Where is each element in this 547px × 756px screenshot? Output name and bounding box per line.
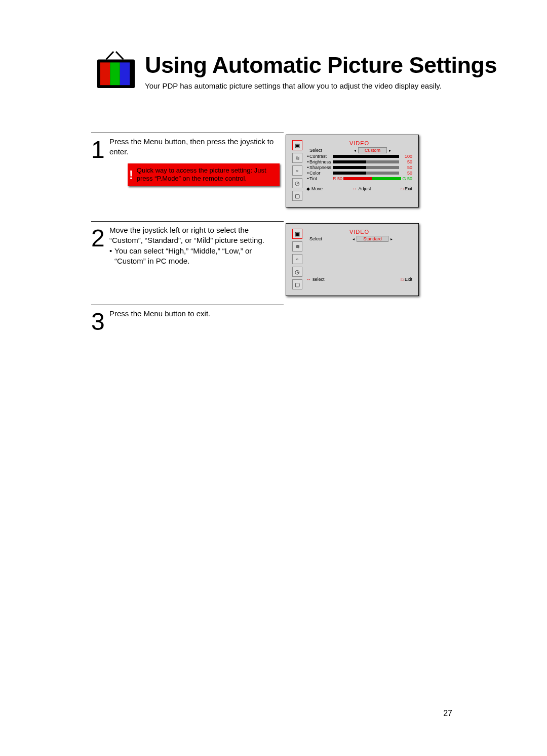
step-3-number: 3 (91, 311, 107, 332)
osd-color-label: Color (309, 171, 333, 176)
osd-screenshot-2: ▣ ≋ ▫ ◷ ▢ VIDEO Select ◂Standard▸ (286, 223, 419, 296)
osd-brightness-value: 50 (401, 159, 412, 164)
step-2-bullet: You can select “High,” “Middle,” “Low,” … (109, 246, 279, 266)
tip-box: ! Quick way to access the picture settin… (128, 163, 280, 186)
page-title: Using Automatic Picture Settings (145, 52, 452, 78)
page-header: Using Automatic Picture Settings Your PD… (96, 51, 452, 91)
osd-tint-label: Tint (309, 176, 333, 181)
step-1-number: 1 (91, 139, 107, 160)
steps-list: 1 Press the Menu button, then press the … (91, 133, 452, 338)
osd-screenshot-1: ▣ ≋ ▫ ◷ ▢ VIDEO Select ◂Custom▸ (286, 135, 419, 207)
osd2-select-value: Standard (357, 236, 388, 242)
osd-contrast-value: 100 (401, 154, 412, 159)
step-1-text: Press the Menu button, then press the jo… (109, 137, 279, 156)
osd-sharpness-value: 50 (401, 165, 412, 170)
svg-rect-2 (110, 62, 120, 85)
channel-tab-icon: ▫ (292, 165, 302, 176)
svg-rect-3 (120, 62, 130, 85)
osd-tint-g: G 50 (402, 176, 412, 181)
tv-icon (96, 51, 136, 90)
osd-foot-exit: Exit (405, 186, 412, 191)
exclamation-icon: ! (128, 163, 135, 186)
step-3: 3 Press the Menu button to exit. (91, 305, 452, 332)
channel-tab-icon: ▫ (292, 254, 302, 264)
osd-title: VIDEO (306, 140, 412, 146)
video-tab-icon: ▣ (292, 229, 302, 239)
osd-foot-adjust: Adjust (358, 186, 371, 191)
step-1: 1 Press the Menu button, then press the … (91, 133, 452, 216)
osd2-foot-exit: Exit (405, 277, 412, 282)
osd-brightness-label: Brightness (309, 159, 333, 164)
page-number: 27 (443, 709, 452, 718)
osd2-select-label: Select (309, 236, 333, 241)
osd-color-value: 50 (401, 171, 412, 176)
video-tab-icon: ▣ (292, 140, 302, 150)
setup-tab-icon: ▢ (292, 191, 302, 201)
osd-foot-move: Move (311, 186, 323, 191)
tip-text: Quick way to access the picture setting:… (135, 163, 280, 186)
osd2-title: VIDEO (306, 229, 412, 235)
osd-field-select-label: Select (309, 148, 333, 153)
svg-rect-1 (100, 62, 110, 85)
timer-tab-icon: ◷ (292, 267, 302, 277)
audio-tab-icon: ≋ (292, 241, 302, 251)
audio-tab-icon: ≋ (292, 153, 302, 163)
setup-tab-icon: ▢ (292, 279, 302, 289)
step-2: 2 Move the joystick left or right to sel… (91, 221, 452, 300)
osd-sharpness-label: Sharpness (309, 165, 333, 170)
osd-select-value: Custom (358, 147, 387, 153)
step-3-text: Press the Menu button to exit. (109, 309, 279, 319)
osd-contrast-label: Contrast (309, 154, 333, 159)
osd-tint-r: R 50 (333, 176, 342, 181)
step-2-text: Move the joystick left or right to selec… (109, 225, 279, 245)
step-2-number: 2 (91, 227, 107, 249)
page-intro: Your PDP has automatic picture settings … (145, 81, 452, 91)
osd-sidebar-icons-2: ▣ ≋ ▫ ◷ ▢ (292, 229, 303, 289)
osd2-foot-select: select (312, 277, 325, 282)
timer-tab-icon: ◷ (292, 178, 302, 188)
osd-sidebar-icons: ▣ ≋ ▫ ◷ ▢ (292, 140, 303, 201)
